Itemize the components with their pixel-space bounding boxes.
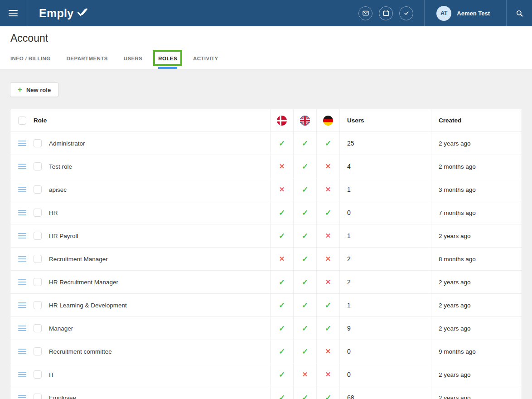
app-logo[interactable]: Emply <box>39 7 87 20</box>
tasks-button[interactable] <box>399 6 413 20</box>
select-all-checkbox[interactable] <box>18 117 26 125</box>
drag-handle[interactable] <box>18 302 26 308</box>
language-german-status: ✕ <box>316 363 339 386</box>
new-role-label: New role <box>26 87 51 93</box>
row-checkbox[interactable] <box>34 370 42 379</box>
language-column-danish <box>270 109 293 131</box>
users-count: 2 <box>339 248 431 270</box>
row-checkbox[interactable] <box>34 301 42 309</box>
drag-handle[interactable] <box>18 187 26 192</box>
row-checkbox[interactable] <box>34 347 42 355</box>
language-german-status: ✓ <box>316 317 339 340</box>
drag-handle[interactable] <box>18 326 26 331</box>
drag-handle[interactable] <box>18 395 26 399</box>
row-checkbox[interactable] <box>34 394 42 399</box>
tab-departments[interactable]: DEPARTMENTS <box>67 48 108 69</box>
germany-flag-icon <box>323 116 333 126</box>
language-german-status: ✓ <box>316 132 339 155</box>
check-icon: ✓ <box>279 370 285 380</box>
row-checkbox[interactable] <box>34 278 42 286</box>
role-cell: Recruitment Manager <box>10 248 270 270</box>
cross-icon: ✕ <box>302 370 308 379</box>
role-name: Test role <box>49 163 72 170</box>
drag-handle[interactable] <box>18 349 26 354</box>
row-checkbox[interactable] <box>34 185 42 194</box>
role-name: Administrator <box>49 140 85 147</box>
search-button[interactable] <box>507 0 532 26</box>
users-count: 1 <box>339 224 431 247</box>
cross-icon: ✕ <box>325 278 331 286</box>
new-role-button[interactable]: + New role <box>10 83 58 97</box>
table-row: HR Payroll✓✓✕12 years ago <box>10 224 522 247</box>
check-icon: ✓ <box>302 254 308 264</box>
language-english-status: ✓ <box>293 386 316 399</box>
check-icon: ✓ <box>302 231 308 241</box>
row-checkbox[interactable] <box>34 139 42 147</box>
row-checkbox[interactable] <box>34 209 42 217</box>
language-danish-status: ✓ <box>270 132 293 155</box>
created-at: 2 months ago <box>431 155 522 178</box>
drag-handle[interactable] <box>18 372 26 377</box>
language-english-status: ✓ <box>293 340 316 363</box>
drag-handle[interactable] <box>18 210 26 215</box>
language-english-status: ✓ <box>293 294 316 316</box>
check-icon: ✓ <box>279 277 285 287</box>
avatar-initials: AT <box>440 10 447 16</box>
language-german-status: ✕ <box>316 224 339 247</box>
users-count: 1 <box>339 294 431 316</box>
language-danish-status: ✓ <box>270 340 293 363</box>
row-checkbox[interactable] <box>34 232 42 240</box>
check-icon: ✓ <box>279 393 285 399</box>
row-checkbox[interactable] <box>34 162 42 170</box>
role-name: Recruitment Manager <box>49 256 108 263</box>
language-danish-status: ✕ <box>270 178 293 201</box>
tab-label: USERS <box>124 56 143 61</box>
table-row: Recruitment Manager✕✓✕28 months ago <box>10 247 522 270</box>
tab-roles[interactable]: ROLES <box>158 48 177 69</box>
role-column-label: Role <box>34 117 47 124</box>
users-count: 9 <box>339 317 431 340</box>
cross-icon: ✕ <box>325 232 331 240</box>
language-german-status: ✓ <box>316 294 339 316</box>
language-german-status: ✓ <box>316 201 339 224</box>
tab-users[interactable]: USERS <box>124 48 143 69</box>
user-name: Aemen Test <box>457 10 490 17</box>
user-menu[interactable]: AT Aemen Test <box>425 0 502 26</box>
mail-button[interactable] <box>358 6 372 20</box>
role-cell: HR Payroll <box>10 224 270 247</box>
users-count: 4 <box>339 155 431 178</box>
drag-handle[interactable] <box>18 233 26 238</box>
role-cell: apisec <box>10 178 270 201</box>
calendar-button[interactable] <box>379 6 393 20</box>
language-english-status: ✓ <box>293 248 316 270</box>
drag-handle[interactable] <box>18 256 26 262</box>
check-icon: ✓ <box>279 208 285 218</box>
language-danish-status: ✕ <box>270 155 293 178</box>
users-count: 0 <box>339 340 431 363</box>
cross-icon: ✕ <box>325 185 331 194</box>
users-column-label: Users <box>339 109 431 131</box>
denmark-flag-icon <box>277 116 287 126</box>
role-name: Manager <box>49 325 73 332</box>
language-danish-status: ✓ <box>270 363 293 386</box>
drag-handle[interactable] <box>18 141 26 146</box>
row-checkbox[interactable] <box>34 324 42 332</box>
tab-info-billing[interactable]: INFO / BILLING <box>10 48 51 69</box>
check-icon: ✓ <box>279 139 285 148</box>
language-english-status: ✓ <box>293 224 316 247</box>
tabs: INFO / BILLINGDEPARTMENTSUSERSROLESACTIV… <box>10 48 218 69</box>
topbar: Emply <box>0 0 532 26</box>
created-at: 3 months ago <box>431 178 522 201</box>
roles-table: Role Users Created Administrator✓✓✓252 y… <box>10 109 522 399</box>
created-at: 7 months ago <box>431 201 522 224</box>
tab-activity[interactable]: ACTIVITY <box>193 48 218 69</box>
drag-handle[interactable] <box>18 279 26 285</box>
language-danish-status: ✓ <box>270 201 293 224</box>
menu-button[interactable] <box>0 0 26 26</box>
drag-handle[interactable] <box>18 164 26 169</box>
cross-icon: ✕ <box>279 185 285 194</box>
row-checkbox[interactable] <box>34 255 42 263</box>
check-icon: ✓ <box>302 139 308 148</box>
topbar-actions: AT Aemen Test <box>358 0 532 26</box>
users-count: 68 <box>339 386 431 399</box>
